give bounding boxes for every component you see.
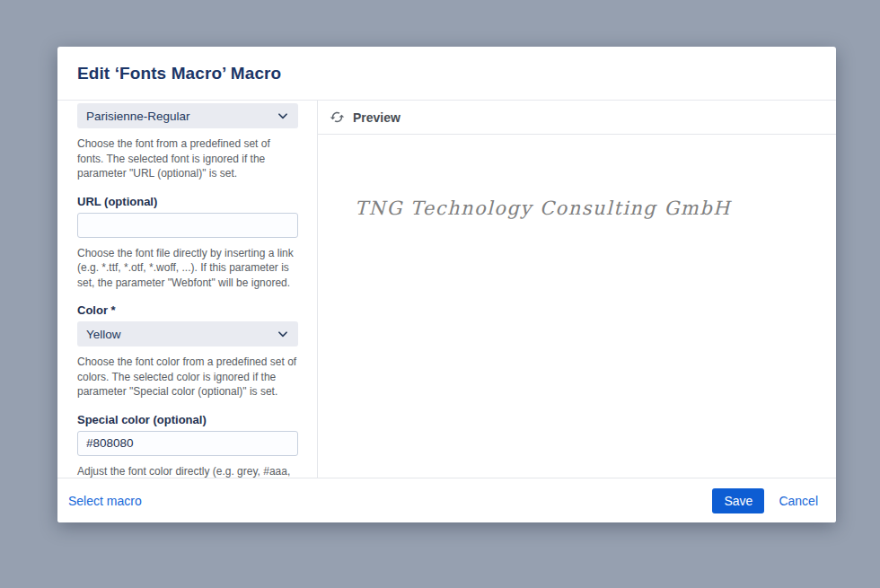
dialog-title: Edit ‘Fonts Macro’ Macro bbox=[77, 64, 281, 83]
sync-icon[interactable] bbox=[330, 110, 345, 125]
webfont-select[interactable]: Parisienne-Regular bbox=[77, 103, 298, 128]
cancel-button[interactable]: Cancel bbox=[779, 494, 818, 508]
preview-header: Preview bbox=[318, 101, 836, 135]
chevron-down-icon bbox=[277, 110, 289, 122]
webfont-help-text: Choose the font from a predefined set of… bbox=[77, 136, 298, 181]
edit-macro-dialog: Edit ‘Fonts Macro’ Macro Parisienne-Regu… bbox=[57, 47, 836, 522]
url-help-text: Choose the font file directly by inserti… bbox=[77, 246, 298, 291]
webfont-select-value: Parisienne-Regular bbox=[86, 110, 190, 123]
url-input[interactable] bbox=[77, 213, 298, 238]
chevron-down-icon bbox=[277, 328, 289, 340]
preview-rendered-text: TNG Technology Consulting GmbH bbox=[355, 197, 836, 219]
save-button[interactable]: Save bbox=[712, 488, 764, 513]
color-select-value: Yellow bbox=[86, 328, 121, 341]
special-color-input[interactable] bbox=[77, 431, 298, 456]
url-field-label: URL (optional) bbox=[77, 195, 298, 208]
footer-actions: Save Cancel bbox=[712, 488, 818, 513]
color-help-text: Choose the font color from a predefined … bbox=[77, 355, 298, 399]
dialog-body: Parisienne-Regular Choose the font from … bbox=[57, 101, 836, 478]
color-select[interactable]: Yellow bbox=[77, 321, 298, 347]
dialog-header: Edit ‘Fonts Macro’ Macro bbox=[57, 47, 836, 101]
special-color-field-label: Special color (optional) bbox=[77, 413, 298, 426]
preview-header-label: Preview bbox=[353, 110, 400, 125]
special-color-help-text: Adjust the font color directly (e.g. gre… bbox=[77, 464, 298, 478]
color-field-label: Color * bbox=[77, 303, 298, 317]
select-macro-link[interactable]: Select macro bbox=[68, 494, 142, 508]
dialog-footer: Select macro Save Cancel bbox=[57, 478, 836, 522]
preview-content: TNG Technology Consulting GmbH bbox=[318, 135, 836, 478]
preview-pane: Preview TNG Technology Consulting GmbH bbox=[317, 101, 836, 478]
macro-parameters-pane: Parisienne-Regular Choose the font from … bbox=[57, 101, 317, 478]
